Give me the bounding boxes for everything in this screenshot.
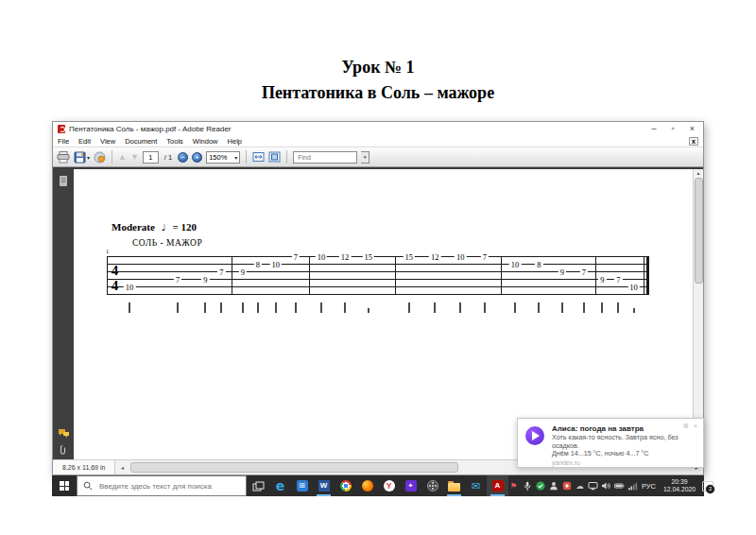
find-dropdown-icon[interactable]: ▾ [361,151,369,164]
zoom-dropdown-icon: ▾ [234,154,237,161]
horizontal-scroll-thumb[interactable] [130,462,457,473]
search-input[interactable] [97,481,240,492]
maximize-button[interactable]: ▫ [672,124,675,133]
rhythm-tick [601,302,603,313]
window-controls: – ▫ × [652,124,698,133]
notification-body-line2: Днём 14...15 °C, ночью 4...7 °C [552,450,697,458]
fit-width-button[interactable] [252,149,265,164]
windows-logo-icon [60,481,69,491]
menu-view[interactable]: View [100,137,115,146]
save-dropdown-icon[interactable]: ▾ [87,154,90,161]
taskbar-app-adobe-reader[interactable]: A [487,475,508,496]
tab-note: 10 [627,284,640,291]
taskbar-search[interactable] [77,475,247,496]
menu-document[interactable]: Document [125,137,157,146]
lesson-title-line1: Урок № 1 [0,55,756,80]
fox-app-icon[interactable] [561,481,572,492]
collaborate-button[interactable] [94,149,106,164]
taskbar-app-comet-app[interactable]: ✦ [400,475,421,496]
notification-actions: ⚙ × [683,423,697,430]
task-view-button[interactable] [247,475,269,496]
yandex-browser-icon: Y [384,480,395,492]
microphone-icon[interactable] [522,481,532,492]
taskbar-app-yandex-browser[interactable]: Y [378,475,400,496]
taskbar-app-film-app[interactable] [421,475,443,496]
notification-settings-icon[interactable]: ⚙ [683,423,689,430]
barline [309,256,310,295]
attachment-icon[interactable] [60,444,68,456]
tab-note: 10 [509,261,522,268]
zoom-in-button[interactable]: + [192,152,202,163]
pages-panel-icon[interactable] [58,175,69,187]
zoom-out-button[interactable]: − [178,152,188,163]
taskbar-clock[interactable]: 20:39 12.04.2020 [660,478,699,493]
zoom-level-select[interactable]: 150% ▾ [206,151,240,164]
staff-line [107,264,648,265]
scroll-left-icon[interactable]: ◄ [115,460,129,475]
taskbar-app-mail[interactable]: ✉ [465,475,487,496]
taskbar-app-explorer[interactable] [443,475,465,496]
taskbar-app-chrome[interactable] [335,475,356,496]
find-input[interactable] [296,153,354,162]
tab-note: 15 [363,253,375,261]
comments-panel-icon[interactable] [58,428,70,439]
tab-note: 12 [339,253,352,261]
tab-note: 10 [455,253,467,261]
volume-icon[interactable] [601,481,611,492]
start-button[interactable] [52,475,77,496]
notification-body-line1: Хоть какая-то ясность. Завтра ясно, без … [552,434,697,450]
save-button[interactable]: ▾ [74,149,90,164]
taskbar-app-word[interactable]: W [313,475,335,496]
alisa-notification[interactable]: Алиса: погода на завтра Хоть какая-то яс… [517,418,704,468]
rhythm-tick [434,302,436,313]
rhythm-tick [459,302,461,313]
scroll-up-icon[interactable]: ▲ [696,170,701,176]
notification-close-icon[interactable]: × [694,423,697,430]
taskbar-app-store[interactable]: ⊞ [291,475,313,496]
contacts-icon[interactable] [548,481,558,492]
pdf-page[interactable]: Moderate ♩ = 120 СОЛЬ - МАЖОР 1 4 4 1079… [74,169,693,459]
system-tray: ⚑☁ РУС 20:39 12.04.2020 2 [508,475,718,496]
key-label: СОЛЬ - МАЖОР [132,238,202,248]
taskbar-apps: e⊞WY✦✉A [269,475,508,496]
antivirus-check-icon[interactable] [535,481,545,492]
next-page-button[interactable]: ▼ [130,149,139,164]
rhythm-ticks [107,302,648,314]
fit-page-button[interactable] [268,149,281,164]
close-document-button[interactable]: x [689,137,698,146]
tab-note: 9 [598,276,606,284]
language-indicator[interactable]: РУС [638,482,660,491]
menu-tools[interactable]: Tools [166,137,183,146]
time-signature: 4 4 [109,263,121,293]
minimize-button[interactable]: – [652,124,657,133]
barline [644,256,644,295]
network-icon[interactable] [627,481,638,492]
cloud-icon[interactable]: ☁ [575,481,585,492]
lesson-title: Урок № 1 Пентатоника в Соль – мажоре [0,55,756,106]
menu-file[interactable]: File [58,137,69,146]
rhythm-tick [344,302,346,313]
print-button[interactable] [57,149,70,164]
display-icon[interactable] [588,481,598,492]
previous-page-button[interactable]: ▲ [118,149,127,164]
tempo-marking: Moderate ♩ = 120 [112,221,197,233]
close-button[interactable]: × [690,124,695,133]
window-content: Moderate ♩ = 120 СОЛЬ - МАЖОР 1 4 4 1079… [53,167,703,459]
window-titlebar[interactable]: Пентатоника Соль - мажор.pdf - Adobe Rea… [53,122,703,135]
vertical-scroll-thumb[interactable] [695,178,703,284]
vertical-scrollbar[interactable]: ▲ ▼ [693,169,703,459]
menu-help[interactable]: Help [228,137,242,146]
page-number-input[interactable] [143,151,159,164]
window-title: Пентатоника Соль - мажор.pdf - Adobe Rea… [69,125,232,133]
battery-icon[interactable] [614,481,625,492]
rhythm-tick [561,302,563,313]
notification-content: Алиса: погода на завтра Хоть какая-то яс… [552,424,697,464]
menu-edit[interactable]: Edit [78,137,91,146]
notification-center-button[interactable]: 2 [699,475,716,496]
taskbar-app-orange-browser[interactable] [356,475,378,496]
rhythm-tick [204,302,206,313]
taskbar-app-edge[interactable]: e [269,475,291,496]
tab-note: 7 [217,268,225,276]
security-flag-icon[interactable]: ⚑ [508,481,519,492]
menu-window[interactable]: Window [193,137,218,146]
